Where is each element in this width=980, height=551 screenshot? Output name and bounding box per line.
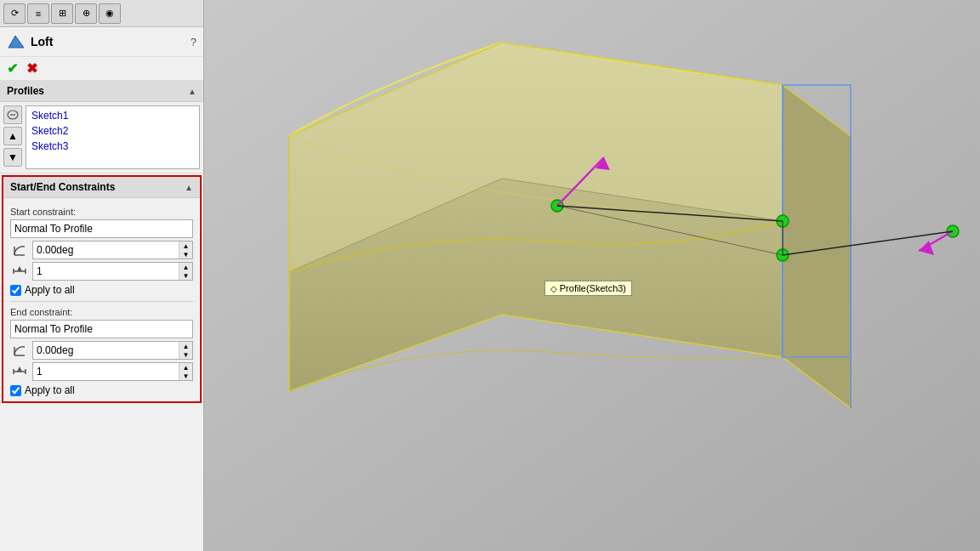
toolbar-btn-circle[interactable]: ◉	[99, 3, 121, 24]
sketch-item-2[interactable]: Sketch2	[28, 123, 197, 139]
end-length-icon	[10, 362, 29, 381]
constraints-section: Start/End Constraints ▲ Start constraint…	[2, 175, 202, 403]
constraints-header[interactable]: Start/End Constraints ▲	[3, 177, 200, 198]
end-angle-icon	[10, 341, 29, 360]
start-apply-all-label: Apply to all	[25, 284, 75, 296]
start-angle-input[interactable]	[33, 241, 179, 258]
loft-feature-icon	[7, 32, 26, 51]
svg-marker-8	[17, 266, 22, 271]
toolbar-btn-rotate[interactable]: ⟳	[3, 3, 26, 24]
start-angle-row: ▲ ▼	[10, 241, 193, 259]
end-apply-all-checkbox[interactable]	[10, 385, 21, 396]
constraints-chevron: ▲	[185, 183, 193, 192]
ok-button[interactable]: ✔	[7, 60, 18, 77]
svg-marker-14	[17, 366, 22, 372]
profiles-down-btn[interactable]: ▼	[3, 148, 22, 167]
cancel-button[interactable]: ✖	[26, 60, 37, 77]
start-length-up[interactable]: ▲	[179, 263, 192, 271]
profiles-add-btn[interactable]	[3, 105, 22, 124]
start-angle-spinners: ▲ ▼	[179, 241, 192, 258]
start-length-input-wrap: ▲ ▼	[32, 262, 193, 281]
end-length-input-wrap: ▲ ▼	[32, 362, 193, 381]
profiles-title: Profiles	[7, 85, 44, 97]
end-angle-up[interactable]: ▲	[179, 342, 192, 350]
constraints-divider	[10, 301, 193, 302]
end-constraint-dropdown[interactable]: None Normal To Profile Direction Vector …	[10, 320, 193, 338]
profiles-controls: ▲ ▼	[3, 105, 22, 167]
profiles-up-btn[interactable]: ▲	[3, 127, 22, 145]
start-constraint-dropdown[interactable]: None Normal To Profile Direction Vector …	[10, 219, 193, 238]
start-angle-input-wrap: ▲ ▼	[32, 241, 193, 259]
end-length-down[interactable]: ▼	[179, 372, 192, 380]
end-constraint-dropdown-row: None Normal To Profile Direction Vector …	[10, 320, 193, 338]
profiles-section: Profiles ▲ ▲ ▼ Sketch1 Sketch2 Sketch3	[0, 81, 203, 173]
end-angle-spinners: ▲ ▼	[179, 342, 192, 359]
ok-cancel-row: ✔ ✖	[0, 57, 203, 81]
start-length-input[interactable]	[33, 263, 179, 280]
start-angle-down[interactable]: ▼	[179, 250, 192, 258]
start-apply-all-row: Apply to all	[10, 284, 193, 296]
left-panel: ⟳ ≡ ⊞ ⊕ ◉ Loft ? ✔ ✖ Profiles ▲ ▲ ▼	[0, 0, 204, 551]
profiles-section-header[interactable]: Profiles ▲	[0, 81, 203, 102]
loft-header: Loft ?	[0, 27, 203, 57]
end-angle-input[interactable]	[33, 342, 179, 359]
end-angle-input-wrap: ▲ ▼	[32, 341, 193, 360]
start-apply-all-checkbox[interactable]	[10, 285, 21, 296]
end-angle-row: ▲ ▼	[10, 341, 193, 360]
toolbar: ⟳ ≡ ⊞ ⊕ ◉	[0, 0, 203, 27]
loft-3d-view	[204, 0, 980, 551]
end-apply-all-label: Apply to all	[25, 384, 75, 396]
help-icon[interactable]: ?	[191, 36, 197, 48]
start-length-row: ▲ ▼	[10, 262, 193, 281]
start-constraint-dropdown-row: None Normal To Profile Direction Vector …	[10, 219, 193, 238]
end-length-spinners: ▲ ▼	[179, 363, 192, 380]
toolbar-btn-target[interactable]: ⊕	[75, 3, 97, 24]
constraints-title: Start/End Constraints	[10, 181, 115, 193]
end-angle-down[interactable]: ▼	[179, 350, 192, 359]
start-length-icon	[10, 262, 29, 281]
toolbar-btn-list[interactable]: ≡	[27, 3, 49, 24]
loft-title: Loft	[31, 35, 185, 48]
start-length-spinners: ▲ ▼	[179, 263, 192, 280]
end-length-up[interactable]: ▲	[179, 363, 192, 372]
viewport[interactable]: Profile(Sketch3)	[204, 0, 980, 551]
end-apply-all-row: Apply to all	[10, 384, 193, 396]
svg-marker-0	[9, 36, 24, 48]
toolbar-btn-grid[interactable]: ⊞	[51, 3, 73, 24]
sketch-item-1[interactable]: Sketch1	[28, 108, 197, 123]
start-length-down[interactable]: ▼	[179, 271, 192, 280]
end-length-row: ▲ ▼	[10, 362, 193, 381]
start-constraint-label: Start constraint:	[10, 207, 193, 217]
constraints-content: Start constraint: None Normal To Profile…	[3, 198, 200, 401]
start-angle-up[interactable]: ▲	[179, 241, 192, 250]
sketch-item-3[interactable]: Sketch3	[28, 139, 197, 154]
start-angle-icon	[10, 241, 29, 259]
end-constraint-label: End constraint:	[10, 307, 193, 317]
profiles-content: ▲ ▼ Sketch1 Sketch2 Sketch3	[0, 102, 203, 173]
end-length-input[interactable]	[33, 363, 179, 380]
sketch-list: Sketch1 Sketch2 Sketch3	[26, 105, 200, 169]
profiles-chevron: ▲	[188, 87, 197, 96]
